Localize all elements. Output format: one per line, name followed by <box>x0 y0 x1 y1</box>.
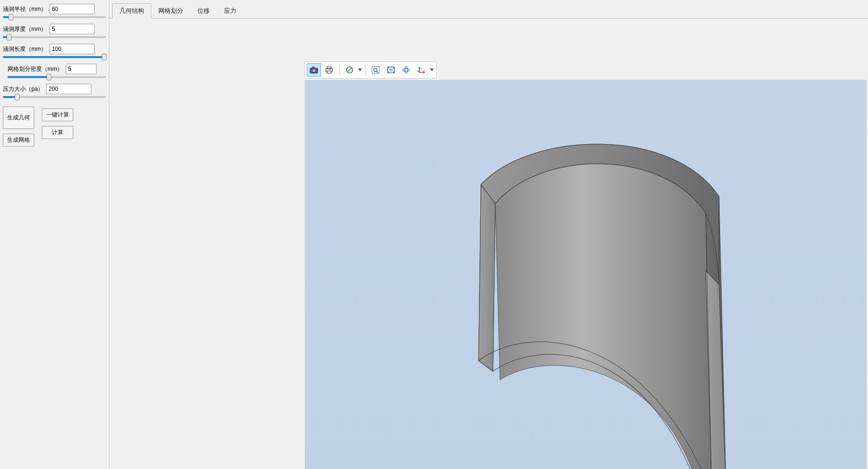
svg-rect-1 <box>312 67 314 68</box>
param-input[interactable] <box>66 64 97 74</box>
svg-point-12 <box>403 68 410 71</box>
camera-icon[interactable] <box>307 63 321 77</box>
generate-mesh-button[interactable]: 生成网格 <box>3 134 34 147</box>
svg-point-9 <box>374 68 377 72</box>
axes-icon[interactable]: yx <box>414 63 429 77</box>
geometry-inner-wall <box>495 164 712 469</box>
main-area: 几何结构网格划分位移应力 yx <box>109 0 868 469</box>
param-slider[interactable] <box>3 96 106 98</box>
param-block-3: 网格划分密度（mm） <box>3 64 106 78</box>
param-block-1: 涵洞厚度（mm） <box>3 24 106 38</box>
param-input[interactable] <box>49 24 95 34</box>
print-icon[interactable] <box>322 63 336 77</box>
param-block-2: 涵洞长度（mm） <box>3 44 106 58</box>
param-input[interactable] <box>49 44 95 54</box>
param-slider[interactable] <box>3 36 106 38</box>
svg-text:y: y <box>421 67 422 69</box>
tab-3[interactable]: 应力 <box>217 3 244 19</box>
param-label: 压力大小（pa） <box>3 85 43 93</box>
tab-1[interactable]: 网格划分 <box>151 3 190 19</box>
tab-bar: 几何结构网格划分位移应力 <box>109 0 868 19</box>
block-icon[interactable] <box>342 63 357 77</box>
param-slider[interactable] <box>3 16 106 18</box>
3d-viewport[interactable] <box>304 79 867 469</box>
svg-rect-5 <box>327 71 331 73</box>
compute-button[interactable]: 计算 <box>42 126 73 139</box>
param-slider[interactable] <box>3 56 106 58</box>
param-label: 网格划分密度（mm） <box>8 65 63 73</box>
param-block-4: 压力大小（pa） <box>3 84 106 98</box>
param-label: 涵洞长度（mm） <box>3 45 47 53</box>
svg-line-10 <box>377 71 379 73</box>
param-label: 涵洞半径（mm） <box>3 5 47 13</box>
svg-line-7 <box>348 68 352 72</box>
viewport-toolbar: yx <box>304 61 437 78</box>
svg-text:x: x <box>423 69 425 72</box>
param-input[interactable] <box>49 4 95 14</box>
fit-icon[interactable] <box>384 63 398 77</box>
param-label: 涵洞厚度（mm） <box>3 25 47 33</box>
tab-0[interactable]: 几何结构 <box>112 3 151 19</box>
param-input[interactable] <box>46 84 91 94</box>
tab-2[interactable]: 位移 <box>190 3 217 19</box>
content-area: yx <box>109 19 868 469</box>
one-click-compute-button[interactable]: 一键计算 <box>42 108 73 121</box>
svg-point-13 <box>405 67 408 73</box>
dropdown-arrow-icon[interactable] <box>358 68 362 71</box>
svg-rect-8 <box>372 67 380 73</box>
viewport-container: yx <box>304 61 867 469</box>
sidebar: 涵洞半径（mm）涵洞厚度（mm）涵洞长度（mm）网格划分密度（mm）压力大小（p… <box>0 0 109 469</box>
zoom-window-icon[interactable] <box>369 63 383 77</box>
param-slider[interactable] <box>8 76 106 78</box>
dropdown-arrow-icon[interactable] <box>429 68 434 71</box>
param-block-0: 涵洞半径（mm） <box>3 4 106 18</box>
action-buttons: 生成几何 生成网格 一键计算 计算 <box>3 107 106 147</box>
generate-geometry-button[interactable]: 生成几何 <box>3 107 34 129</box>
toolbar-separator <box>365 65 366 75</box>
geometry-left-cut-face <box>478 185 495 371</box>
svg-point-2 <box>312 69 316 72</box>
toolbar-separator <box>339 65 340 75</box>
rotate-icon[interactable] <box>399 63 413 77</box>
